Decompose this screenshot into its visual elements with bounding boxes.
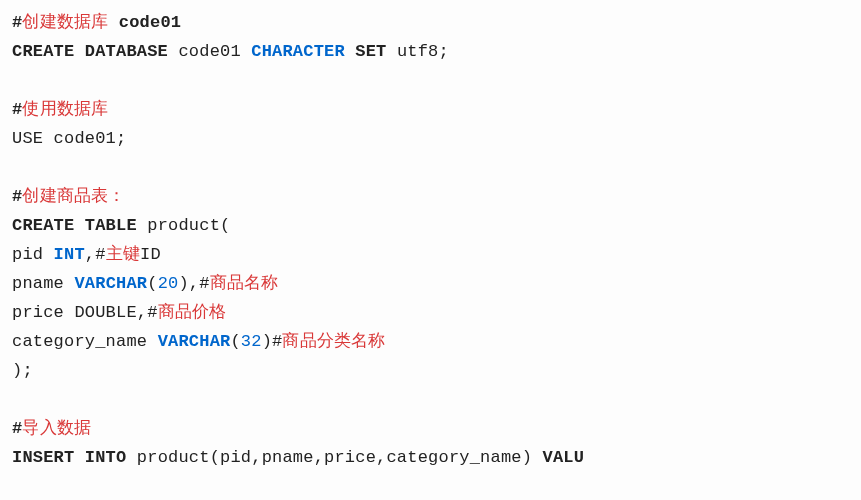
code-token: 商品名称	[210, 274, 279, 293]
code-line: );	[12, 361, 33, 380]
code-token: ),#	[178, 274, 209, 293]
code-line: category_name VARCHAR(32)#商品分类名称	[12, 332, 386, 351]
code-line: #导入数据	[12, 419, 91, 438]
code-line: CREATE TABLE product(	[12, 216, 230, 235]
code-token: product(pid,pname,price,category_name)	[137, 448, 543, 467]
code-token: USE code01;	[12, 129, 126, 148]
code-line: CREATE DATABASE code01 CHARACTER SET utf…	[12, 42, 449, 61]
code-token: #	[12, 100, 22, 119]
code-token: code01	[108, 13, 181, 32]
code-token: VALU	[543, 448, 585, 467]
code-token: 创建商品表：	[22, 187, 125, 206]
code-line: pid INT,#主键ID	[12, 245, 161, 264]
code-token: SET	[345, 42, 397, 61]
code-token: code01	[178, 42, 251, 61]
code-token: 商品分类名称	[282, 332, 385, 351]
code-line: pname VARCHAR(20),#商品名称	[12, 274, 278, 293]
code-token: (	[230, 332, 240, 351]
code-block: #创建数据库 code01 CREATE DATABASE code01 CHA…	[0, 0, 861, 472]
code-token: #	[12, 419, 22, 438]
code-token: VARCHAR	[158, 332, 231, 351]
code-token: INSERT INTO	[12, 448, 137, 467]
code-token: category_name	[12, 332, 158, 351]
code-token: ,#	[85, 245, 106, 264]
code-token: 商品价格	[158, 303, 227, 322]
code-token: #	[12, 13, 22, 32]
code-token: CHARACTER	[251, 42, 345, 61]
code-token: 使用数据库	[22, 100, 108, 119]
code-token: 导入数据	[22, 419, 91, 438]
code-line: #创建商品表：	[12, 187, 126, 206]
code-line: USE code01;	[12, 129, 126, 148]
code-token: CREATE TABLE	[12, 216, 147, 235]
code-token: pname	[12, 274, 74, 293]
code-token: CREATE DATABASE	[12, 42, 178, 61]
code-line: #创建数据库 code01	[12, 13, 181, 32]
code-token: );	[12, 361, 33, 380]
code-token: 创建数据库	[22, 13, 108, 32]
code-token: pid	[12, 245, 54, 264]
code-token: 32	[241, 332, 262, 351]
code-token: )#	[262, 332, 283, 351]
code-token: VARCHAR	[74, 274, 147, 293]
code-line: INSERT INTO product(pid,pname,price,cate…	[12, 448, 584, 467]
code-token: price DOUBLE,#	[12, 303, 158, 322]
code-line: price DOUBLE,#商品价格	[12, 303, 226, 322]
code-token: utf8;	[397, 42, 449, 61]
code-line: #使用数据库	[12, 100, 108, 119]
code-token: (	[147, 274, 157, 293]
code-token: INT	[54, 245, 85, 264]
code-token: #	[12, 187, 22, 206]
code-token: 主键	[106, 245, 140, 264]
code-token: 20	[158, 274, 179, 293]
code-token: ID	[140, 245, 161, 264]
code-token: product(	[147, 216, 230, 235]
